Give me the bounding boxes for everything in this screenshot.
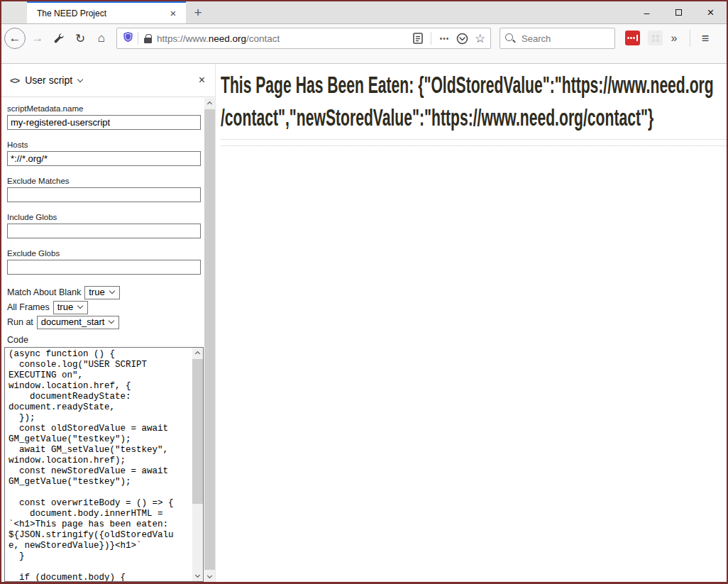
sidebar-switcher-chevron-icon[interactable] xyxy=(77,76,83,82)
code-label: Code xyxy=(7,335,204,345)
all-frames-select[interactable]: true xyxy=(53,301,88,314)
match-about-blank-row: Match About Blank true xyxy=(7,285,204,299)
all-frames-row: All Frames true xyxy=(7,300,204,314)
tab-bar: The NEED Project × + – × xyxy=(1,1,727,24)
sidebar-scrollbar-thumb[interactable] xyxy=(204,109,215,570)
scroll-down-icon[interactable] xyxy=(204,571,215,582)
wrench-icon[interactable] xyxy=(48,28,70,49)
all-frames-value: true xyxy=(57,302,73,312)
titlebar-drag-area xyxy=(210,1,631,23)
run-at-row: Run at document_start xyxy=(7,315,204,329)
run-at-label: Run at xyxy=(7,317,33,327)
match-about-blank-value: true xyxy=(89,287,104,297)
field-label-script-name: scriptMetadata.name xyxy=(7,104,204,113)
sidebar-close-icon[interactable]: × xyxy=(199,74,205,87)
overflow-menu-icon[interactable]: » xyxy=(663,28,684,49)
field-label-include-globs: Include Globs xyxy=(7,213,204,221)
page-content: This Page Has Been Eaten: {"OldStoredVal… xyxy=(216,64,727,582)
exclude-globs-input[interactable] xyxy=(7,260,201,275)
field-label-hosts: Hosts xyxy=(7,141,204,149)
pocket-icon[interactable] xyxy=(453,29,471,48)
tracking-protection-shield-icon[interactable] xyxy=(123,31,133,46)
page-actions-icon[interactable]: ••• xyxy=(436,29,453,48)
minimize-button[interactable]: – xyxy=(631,1,663,23)
code-brackets-icon: <> xyxy=(10,75,19,86)
exclude-matches-input[interactable] xyxy=(7,187,201,202)
code-editor[interactable]: (async function () { console.log("USER S… xyxy=(4,347,204,582)
search-input[interactable] xyxy=(522,33,592,44)
url-text[interactable]: https://www.need.org/contact xyxy=(157,33,409,44)
heading-bottom-border xyxy=(221,139,727,140)
run-at-select[interactable]: document_start xyxy=(37,316,120,329)
match-about-blank-label: Match About Blank xyxy=(7,287,81,297)
url-bar[interactable]: https://www.need.org/contact ••• ☆ xyxy=(116,28,491,49)
select-chevron-icon xyxy=(109,317,114,323)
code-scrollbar[interactable] xyxy=(192,348,203,581)
urlbar-divider-2 xyxy=(431,32,431,45)
url-path: /contact xyxy=(246,33,280,44)
reader-mode-icon[interactable] xyxy=(409,29,426,48)
all-frames-label: All Frames xyxy=(7,302,50,312)
include-globs-input[interactable] xyxy=(7,224,201,238)
app-menu-icon[interactable]: ≡ xyxy=(695,28,716,49)
search-bar[interactable] xyxy=(500,28,615,49)
scroll-up-icon[interactable] xyxy=(204,98,215,109)
select-chevron-icon xyxy=(77,302,83,308)
tab-active[interactable]: The NEED Project × xyxy=(27,1,186,23)
url-scheme: https://www. xyxy=(157,33,209,44)
browser-window: The NEED Project × + – × ← → ↻ ⌂ https:/… xyxy=(0,0,728,584)
toolbar-divider xyxy=(690,30,690,47)
code-scrollbar-thumb[interactable] xyxy=(192,359,203,504)
extension-gray-icon[interactable] xyxy=(648,31,663,45)
reload-button[interactable]: ↻ xyxy=(70,28,91,49)
code-text[interactable]: (async function () { console.log("USER S… xyxy=(9,349,191,582)
tab-close-icon[interactable]: × xyxy=(166,6,180,21)
navigation-toolbar: ← → ↻ ⌂ https://www.need.org/contact •••… xyxy=(1,24,727,64)
page-heading-line-1: This Page Has Been Eaten: {"OldStoredVal… xyxy=(221,69,544,101)
sidebar-userscript-panel: <> User script × scriptMetadata.name Hos… xyxy=(1,64,216,582)
match-about-blank-select[interactable]: true xyxy=(84,286,119,299)
page-heading-line-2: /contact","newStoredValue":"https://www.… xyxy=(221,101,544,134)
field-label-exclude-matches: Exclude Matches xyxy=(7,177,204,185)
sidebar-header: <> User script × xyxy=(1,64,215,97)
scroll-down-icon[interactable] xyxy=(192,571,203,581)
bookmark-star-icon[interactable]: ☆ xyxy=(471,29,489,48)
home-button[interactable]: ⌂ xyxy=(91,28,112,49)
sidebar-scrollbar[interactable] xyxy=(204,98,215,582)
back-button[interactable]: ← xyxy=(4,28,26,49)
sidebar-form: scriptMetadata.name Hosts Exclude Matche… xyxy=(1,98,204,582)
select-chevron-icon xyxy=(109,287,114,293)
field-label-exclude-globs: Exclude Globs xyxy=(7,249,204,258)
main-area: <> User script × scriptMetadata.name Hos… xyxy=(1,64,727,582)
maximize-icon xyxy=(675,9,682,16)
hosts-input[interactable] xyxy=(7,151,201,166)
sidebar-title: User script xyxy=(25,75,72,86)
url-domain: need.org xyxy=(209,33,246,44)
maximize-button[interactable] xyxy=(663,1,695,23)
window-controls: – × xyxy=(631,1,727,23)
tab-title: The NEED Project xyxy=(37,9,166,18)
close-button[interactable]: × xyxy=(695,1,727,23)
script-name-input[interactable] xyxy=(7,115,201,130)
search-icon xyxy=(504,33,516,44)
new-tab-button[interactable]: + xyxy=(186,1,210,23)
forward-button[interactable]: → xyxy=(27,28,48,49)
scroll-up-icon[interactable] xyxy=(192,348,203,358)
lock-icon[interactable] xyxy=(144,38,152,43)
heading-bottom-border-2 xyxy=(221,145,727,146)
run-at-value: document_start xyxy=(41,316,105,327)
extension-red-icon[interactable] xyxy=(625,31,640,45)
tabbar-left-spacer xyxy=(1,1,27,23)
urlbar-divider xyxy=(138,32,138,45)
